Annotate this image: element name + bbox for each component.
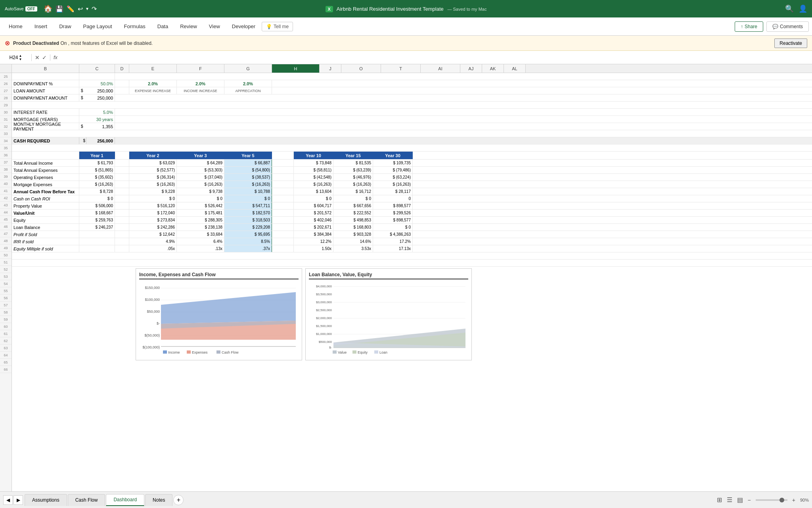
val-y3-7[interactable]: $ 175,481 xyxy=(177,210,224,216)
val-y2-2[interactable]: $ (36,314) xyxy=(129,174,177,181)
comments-button[interactable]: 💬 Comments xyxy=(766,21,809,32)
formula-input[interactable] xyxy=(61,55,812,60)
tab-insert[interactable]: Insert xyxy=(29,21,53,32)
val-y3-3[interactable]: $ (16,263) xyxy=(177,181,224,188)
col-header-AL[interactable]: AL xyxy=(504,64,526,73)
val-y1-3[interactable]: $ (16,263) xyxy=(79,181,115,188)
val-y3-8[interactable]: $ 288,305 xyxy=(177,217,224,223)
val-y30-11[interactable]: 17.2% xyxy=(373,238,413,245)
val-y15-6[interactable]: $ 667,656 xyxy=(333,202,373,209)
val-y30-8[interactable]: $ 898,577 xyxy=(373,217,413,223)
val-y2-10[interactable]: $ 12,642 xyxy=(129,231,177,238)
val-y3-2[interactable]: $ (37,040) xyxy=(177,174,224,181)
val-y15-2[interactable]: $ (46,976) xyxy=(333,174,373,181)
val-y10-6[interactable]: $ 604,717 xyxy=(294,202,333,209)
next-sheet-button[interactable]: ▶ xyxy=(13,495,23,505)
col-header-G[interactable]: G xyxy=(224,64,272,73)
cell-C28[interactable]: $ 250,000 xyxy=(79,94,115,101)
val-y15-0[interactable]: $ 81,535 xyxy=(333,160,373,166)
reactivate-button[interactable]: Reactivate xyxy=(774,38,807,48)
zoom-out-button[interactable]: − xyxy=(748,497,751,503)
val-y2-0[interactable]: $ 63,029 xyxy=(129,160,177,166)
confirm-formula-btn[interactable]: ✓ xyxy=(42,54,47,61)
col-header-AI[interactable]: AI xyxy=(421,64,460,73)
val-y1-4[interactable]: $ 8,728 xyxy=(79,188,115,195)
val-y30-4[interactable]: $ 28,117 xyxy=(373,188,413,195)
val-y3-1[interactable]: $ (53,303) xyxy=(177,167,224,173)
col-header-C[interactable]: C xyxy=(79,64,115,73)
val-y10-10[interactable]: $ 384,384 xyxy=(294,231,333,238)
val-y2-4[interactable]: $ 9,228 xyxy=(129,188,177,195)
val-y15-1[interactable]: $ (63,239) xyxy=(333,167,373,173)
page-view-icon[interactable]: ☰ xyxy=(727,496,732,504)
val-y2-1[interactable]: $ (52,577) xyxy=(129,167,177,173)
col-header-F[interactable]: F xyxy=(177,64,224,73)
val-y5-5[interactable]: $ 0 xyxy=(224,195,272,202)
val-y10-1[interactable]: $ (58,811) xyxy=(294,167,333,173)
val-y10-2[interactable]: $ (42,548) xyxy=(294,174,333,181)
val-y15-11[interactable]: 14.6% xyxy=(333,238,373,245)
col-header-H[interactable]: H xyxy=(272,64,320,73)
cell-B30[interactable]: INTEREST RATE xyxy=(12,109,79,115)
val-y10-11[interactable]: 12.2% xyxy=(294,238,333,245)
val-y1-0[interactable]: $ 61,793 xyxy=(79,160,115,166)
cancel-formula-btn[interactable]: ✕ xyxy=(35,54,40,61)
cell-reference[interactable]: H24 ▲ ▼ xyxy=(0,54,32,61)
cell-B32[interactable]: MONTHLY MORTGAGE PAYMENT xyxy=(12,123,79,130)
val-y5-9[interactable]: $ 229,208 xyxy=(224,224,272,231)
val-y30-1[interactable]: $ (79,486) xyxy=(373,167,413,173)
val-y2-6[interactable]: $ 516,120 xyxy=(129,202,177,209)
val-y1-5[interactable]: $ 0 xyxy=(79,195,115,202)
val-y1-11[interactable] xyxy=(79,238,115,245)
val-y5-7[interactable]: $ 182,570 xyxy=(224,210,272,216)
val-y2-3[interactable]: $ (16,263) xyxy=(129,181,177,188)
val-y5-3[interactable]: $ (16,263) xyxy=(224,181,272,188)
val-y3-4[interactable]: $ 9,738 xyxy=(177,188,224,195)
cell-B26[interactable]: DOWNPAYMENT % xyxy=(12,80,79,87)
val-y15-10[interactable]: $ 903,328 xyxy=(333,231,373,238)
val-y1-6[interactable]: $ 506,000 xyxy=(79,202,115,209)
tab-data[interactable]: Data xyxy=(152,21,174,32)
prev-sheet-button[interactable]: ◀ xyxy=(3,495,13,505)
val-y2-9[interactable]: $ 242,286 xyxy=(129,224,177,231)
edit-icon[interactable]: ✏️ xyxy=(67,5,75,13)
val-y5-8[interactable]: $ 318,503 xyxy=(224,217,272,223)
search-icon[interactable]: 🔍 xyxy=(785,4,794,13)
val-y5-11[interactable]: 8.5% xyxy=(224,238,272,245)
cell-B28[interactable]: DOWNPAYMENT AMOUNT xyxy=(12,94,79,101)
cell-C25[interactable] xyxy=(79,73,115,80)
col-header-AK[interactable]: AK xyxy=(482,64,504,73)
cell-C31[interactable]: 30 years xyxy=(79,116,115,123)
col-header-D[interactable]: D xyxy=(115,64,129,73)
redo-icon[interactable]: ↷ xyxy=(92,5,97,13)
zoom-in-button[interactable]: + xyxy=(792,497,795,503)
zoom-slider[interactable] xyxy=(756,499,787,501)
home-icon[interactable]: 🏠 xyxy=(44,4,52,13)
cell-C32[interactable]: $ 1,355 xyxy=(79,123,115,130)
val-y1-12[interactable] xyxy=(79,245,115,252)
tab-formulas[interactable]: Formulas xyxy=(119,21,151,32)
val-y5-2[interactable]: $ (38,537) xyxy=(224,174,272,181)
undo-dropdown-icon[interactable]: ▾ xyxy=(86,6,88,12)
val-y2-7[interactable]: $ 172,040 xyxy=(129,210,177,216)
val-y30-6[interactable]: $ 898,577 xyxy=(373,202,413,209)
val-y15-4[interactable]: $ 16,712 xyxy=(333,188,373,195)
val-y5-12[interactable]: .37x xyxy=(224,245,272,252)
val-y15-8[interactable]: $ 498,853 xyxy=(333,217,373,223)
tab-developer[interactable]: Developer xyxy=(226,21,261,32)
sheet-tab-notes[interactable]: Notes xyxy=(145,494,172,506)
col-header-E[interactable]: E xyxy=(129,64,177,73)
val-y1-10[interactable] xyxy=(79,231,115,238)
preview-view-icon[interactable]: ▤ xyxy=(737,496,743,504)
tab-page-layout[interactable]: Page Layout xyxy=(78,21,118,32)
val-y3-6[interactable]: $ 526,442 xyxy=(177,202,224,209)
val-y5-10[interactable]: $ 95,695 xyxy=(224,231,272,238)
val-y3-10[interactable]: $ 33,684 xyxy=(177,231,224,238)
val-y1-7[interactable]: $ 168,667 xyxy=(79,210,115,216)
col-header-T[interactable]: T xyxy=(381,64,421,73)
sheet-tab-cashflow[interactable]: Cash Flow xyxy=(68,494,105,506)
save-icon[interactable]: 💾 xyxy=(56,5,63,13)
val-y30-0[interactable]: $ 109,735 xyxy=(373,160,413,166)
val-y30-10[interactable]: $ 4,386,263 xyxy=(373,231,413,238)
undo-icon[interactable]: ↩ xyxy=(78,5,83,13)
